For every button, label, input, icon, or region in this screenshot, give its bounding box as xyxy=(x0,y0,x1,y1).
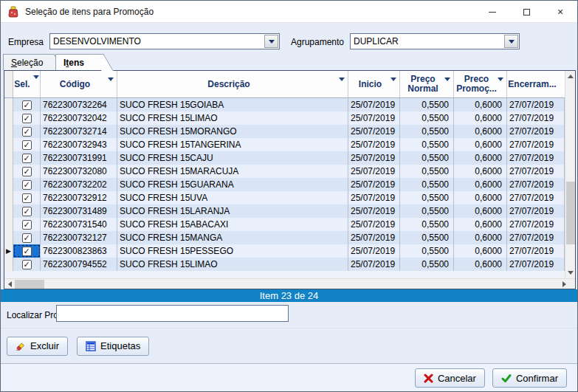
cell-codigo[interactable]: 7622300794552 xyxy=(41,258,117,271)
cell-inicio[interactable]: 25/07/2019 xyxy=(348,178,400,191)
table-row[interactable]: ✓7622300732714SUCO FRESH 15MORANGO25/07/… xyxy=(4,125,575,138)
cell-descricao[interactable]: SUCO FRESH 15UVA xyxy=(117,191,348,204)
table-row[interactable]: ✓7622300732042SUCO FRESH 15LIMAO25/07/20… xyxy=(4,111,575,125)
cell-encerramento[interactable]: 27/07/2019 xyxy=(507,191,565,204)
cell-preco-promocao[interactable]: 0,6000 xyxy=(454,218,507,231)
column-header-codigo[interactable]: Código xyxy=(41,71,117,97)
agrupamento-combobox[interactable]: DUPLICAR xyxy=(350,33,520,49)
cell-sel[interactable]: ✓ xyxy=(13,125,41,138)
maximize-button[interactable] xyxy=(509,1,543,23)
tab-itens[interactable]: Itens xyxy=(55,54,103,70)
cell-sel[interactable]: ✓ xyxy=(13,204,41,218)
cell-descricao[interactable]: SUCO FRESH 15GOIABA xyxy=(117,98,348,111)
cell-descricao[interactable]: SUCO FRESH 15TANGERINA xyxy=(117,138,348,151)
horizontal-scrollbar-thumb[interactable] xyxy=(15,280,44,289)
cell-descricao[interactable]: SUCO FRESH 15LIMAO xyxy=(117,258,348,271)
cell-descricao[interactable]: SUCO FRESH 15ABACAXI xyxy=(117,218,348,231)
cell-encerramento[interactable]: 27/07/2019 xyxy=(507,111,565,125)
table-row[interactable]: ✓7622300732202SUCO FRESH 15GUARANA25/07/… xyxy=(4,178,575,191)
cell-preco-normal[interactable]: 0,5500 xyxy=(400,165,454,178)
cell-preco-normal[interactable]: 0,5500 xyxy=(400,178,454,191)
table-row[interactable]: ✓7622300732127SUCO FRESH 15MANGA25/07/20… xyxy=(4,231,575,244)
row-checkbox[interactable]: ✓ xyxy=(22,260,32,269)
row-checkbox[interactable]: ✓ xyxy=(22,140,32,150)
filter-arrow-icon[interactable] xyxy=(391,82,396,92)
column-header-descricao[interactable]: Descrição xyxy=(117,71,348,97)
cell-encerramento[interactable]: 27/07/2019 xyxy=(507,138,565,151)
cancelar-button[interactable]: Cancelar xyxy=(415,368,485,388)
close-button[interactable]: × xyxy=(543,1,577,23)
table-row[interactable]: ✓7622300731540SUCO FRESH 15ABACAXI25/07/… xyxy=(4,218,575,231)
table-row[interactable]: ✓7622300731991SUCO FRESH 15CAJU25/07/201… xyxy=(4,151,575,165)
cell-descricao[interactable]: SUCO FRESH 15PESSEGO xyxy=(117,244,348,258)
row-checkbox[interactable]: ✓ xyxy=(22,207,32,216)
cell-inicio[interactable]: 25/07/2019 xyxy=(348,151,400,165)
cell-encerramento[interactable]: 27/07/2019 xyxy=(507,231,565,244)
cell-preco-promocao[interactable]: 0,6000 xyxy=(454,231,507,244)
column-header-preco-promocao[interactable]: Preco Promoç... xyxy=(454,71,507,97)
confirmar-button[interactable]: Confirmar xyxy=(492,368,567,388)
cell-preco-normal[interactable]: 0,5500 xyxy=(400,258,454,271)
cell-preco-promocao[interactable]: 0,6000 xyxy=(454,111,507,125)
cell-inicio[interactable]: 25/07/2019 xyxy=(348,231,400,244)
excluir-button[interactable]: Excluir xyxy=(7,337,68,356)
row-checkbox[interactable]: ✓ xyxy=(22,127,32,137)
table-row[interactable]: ✓7622300732912SUCO FRESH 15UVA25/07/2019… xyxy=(4,191,575,204)
cell-encerramento[interactable]: 27/07/2019 xyxy=(507,125,565,138)
cell-preco-normal[interactable]: 0,5500 xyxy=(400,111,454,125)
cell-preco-normal[interactable]: 0,5500 xyxy=(400,151,454,165)
cell-inicio[interactable]: 25/07/2019 xyxy=(348,165,400,178)
cell-descricao[interactable]: SUCO FRESH 15LARANJA xyxy=(117,204,348,218)
cell-sel[interactable]: ✓ xyxy=(13,258,41,271)
filter-arrow-icon[interactable] xyxy=(444,82,450,92)
row-checkbox[interactable]: ✓ xyxy=(22,154,32,163)
empresa-combobox[interactable]: DESENVOLVIMENTO xyxy=(49,33,280,49)
cell-codigo[interactable]: 7622300732912 xyxy=(41,191,117,204)
filter-arrow-icon[interactable] xyxy=(339,82,345,92)
cell-preco-promocao[interactable]: 0,6000 xyxy=(454,258,507,271)
row-checkbox[interactable]: ✓ xyxy=(22,193,32,203)
row-checkbox[interactable]: ✓ xyxy=(22,114,32,123)
cell-inicio[interactable]: 25/07/2019 xyxy=(348,138,400,151)
cell-preco-promocao[interactable]: 0,6000 xyxy=(454,191,507,204)
cell-inicio[interactable]: 25/07/2019 xyxy=(348,218,400,231)
cell-descricao[interactable]: SUCO FRESH 15GUARANA xyxy=(117,178,348,191)
cell-encerramento[interactable]: 27/07/2019 xyxy=(507,244,565,258)
cell-encerramento[interactable]: 27/07/2019 xyxy=(507,98,565,111)
row-checkbox[interactable]: ✓ xyxy=(22,167,32,176)
cell-inicio[interactable]: 25/07/2019 xyxy=(348,204,400,218)
cell-sel[interactable]: ✓ xyxy=(13,218,41,231)
cell-codigo[interactable]: 7622300731991 xyxy=(41,151,117,165)
cell-preco-normal[interactable]: 0,5500 xyxy=(400,231,454,244)
cell-preco-normal[interactable]: 0,5500 xyxy=(400,218,454,231)
cell-descricao[interactable]: SUCO FRESH 15MORANGO xyxy=(117,125,348,138)
vertical-scrollbar-thumb[interactable] xyxy=(566,182,575,244)
cell-sel[interactable]: ✓ xyxy=(13,138,41,151)
row-checkbox[interactable]: ✓ xyxy=(22,247,32,256)
cell-inicio[interactable]: 25/07/2019 xyxy=(348,111,400,125)
horizontal-scrollbar[interactable] xyxy=(4,278,575,289)
cell-preco-normal[interactable]: 0,5500 xyxy=(400,138,454,151)
cell-sel[interactable]: ✓ xyxy=(13,178,41,191)
empresa-dropdown-button[interactable] xyxy=(264,35,278,48)
cell-inicio[interactable]: 25/07/2019 xyxy=(348,258,400,271)
minimize-button[interactable] xyxy=(475,1,509,23)
scroll-right-icon[interactable] xyxy=(562,281,566,287)
cell-preco-promocao[interactable]: 0,6000 xyxy=(454,151,507,165)
cell-encerramento[interactable]: 27/07/2019 xyxy=(507,165,565,178)
cell-preco-normal[interactable]: 0,5500 xyxy=(400,98,454,111)
table-row[interactable]: ▶✓7622300823863SUCO FRESH 15PESSEGO25/07… xyxy=(4,244,575,258)
cell-preco-normal[interactable]: 0,5500 xyxy=(400,204,454,218)
cell-preco-normal[interactable]: 0,5500 xyxy=(400,191,454,204)
column-header-sel[interactable]: Sel. xyxy=(13,71,41,97)
row-checkbox[interactable]: ✓ xyxy=(22,220,32,230)
row-checkbox[interactable]: ✓ xyxy=(22,100,32,110)
table-row[interactable]: ✓7622300794552SUCO FRESH 15LIMAO25/07/20… xyxy=(4,258,575,271)
filter-arrow-icon[interactable] xyxy=(33,80,39,89)
cell-sel[interactable]: ✓ xyxy=(13,151,41,165)
cell-descricao[interactable]: SUCO FRESH 15MARACUJA xyxy=(117,165,348,178)
cell-preco-promocao[interactable]: 0,6000 xyxy=(454,244,507,258)
row-checkbox[interactable]: ✓ xyxy=(22,180,32,190)
cell-descricao[interactable]: SUCO FRESH 15CAJU xyxy=(117,151,348,165)
search-input[interactable] xyxy=(56,305,289,322)
